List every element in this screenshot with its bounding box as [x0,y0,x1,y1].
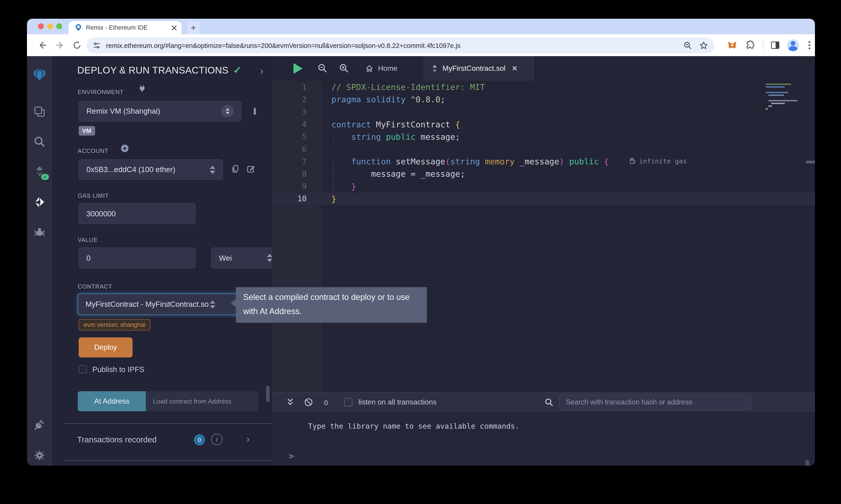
minimap[interactable] [766,83,804,113]
remix-logo-icon[interactable] [32,68,47,82]
code-line-4[interactable]: 4contract MyFirstContract { [272,118,815,130]
deploy-button[interactable]: Deploy [79,337,133,358]
at-address-input[interactable]: Load contract from Address [146,391,258,411]
side-panel-icon[interactable] [770,40,780,50]
deploy-run-icon[interactable] [33,196,46,208]
gas-limit-input[interactable]: 3000000 [79,203,195,224]
close-file-tab-icon[interactable]: ✕ [512,65,518,73]
remix-app: ✓ [27,56,815,466]
code-text: // SPDX-License-Identifier: MIT [318,82,485,92]
code-text: function setMessage(string memory _messa… [318,157,687,166]
browser-menu-icon[interactable] [809,41,810,51]
code-line-5[interactable]: 5 string public message; [272,130,815,143]
terminal-prompt[interactable]: > [289,451,294,461]
terminal-search-input[interactable]: Search with transaction hash or address [559,394,751,410]
panel-scrollbar[interactable] [266,386,270,402]
browser-tab[interactable]: Remix - Ethereum IDE [69,21,182,34]
zoom-in-icon[interactable] [339,64,349,73]
plugin-manager-icon[interactable] [33,419,46,431]
code-line-9[interactable]: 9 } [272,180,815,193]
environment-plug-icon[interactable] [138,85,146,93]
browser-window: Remix - Ethereum IDE + [27,19,815,466]
account-label: ACCOUNT [78,147,108,154]
gas-pump-icon [630,158,636,165]
value-unit-select[interactable]: Wei [211,248,280,268]
code-line-8[interactable]: 8 message = _message; [272,168,815,180]
close-tab-icon[interactable] [171,25,177,30]
publish-ipfs-checkbox[interactable] [79,365,87,374]
metamask-extension-icon[interactable] [727,40,737,50]
at-address-button[interactable]: At Address [78,391,146,411]
transactions-info-icon[interactable]: i [211,434,223,445]
code-line-3[interactable]: 3 [272,106,815,118]
url-text[interactable]: remix.ethereum.org/#lang=en&optimize=fal… [106,42,676,49]
clear-console-icon[interactable] [304,398,313,407]
settings-gear-icon[interactable] [33,449,46,462]
editor-scrollbar[interactable] [806,161,815,163]
listen-transactions-checkbox[interactable] [344,398,353,406]
line-number: 2 [272,95,318,104]
code-line-10[interactable]: 10} [272,193,815,205]
code-text: } [318,181,356,191]
vm-badge: VM [79,126,95,136]
tab-home[interactable]: Home [356,56,407,81]
reload-icon[interactable] [73,41,82,50]
section-divider-bottom [64,460,273,461]
code-line-7[interactable]: 7 function setMessage(string memory _mes… [272,155,815,167]
zoom-out-icon[interactable] [317,64,327,73]
environment-select[interactable]: Remix VM (Shanghai) [79,101,241,122]
publish-ipfs-label: Publish to IPFS [92,365,144,374]
search-icon[interactable] [33,136,46,148]
add-account-icon[interactable] [121,144,129,152]
environment-select-arrows-icon [221,105,234,117]
zoom-page-icon[interactable] [683,41,692,50]
code-editor: Home MyFirstContract.sol ✕ 1// SPDX-Lice… [272,56,815,392]
address-bar: remix.ethereum.org/#lang=en&optimize=fal… [27,34,815,56]
new-tab-button[interactable]: + [187,21,200,34]
terminal: 0 listen on all transactions Search with… [272,392,815,466]
forward-icon[interactable] [55,41,65,50]
solidity-file-icon [431,65,438,73]
url-field[interactable]: remix.ethereum.org/#lang=en&optimize=fal… [86,37,715,53]
panel-collapse-icon[interactable]: › [260,65,263,77]
fullscreen-window-button[interactable] [56,23,62,29]
deploy-run-panel: DEPLOY & RUN TRANSACTIONS✓ › ENVIRONMENT… [52,56,272,466]
terminal-scrollbar[interactable] [805,460,809,466]
bookmark-star-icon[interactable] [699,41,708,50]
file-explorer-icon[interactable] [33,106,46,118]
terminal-output[interactable]: Type the library name to see available c… [272,412,815,466]
site-settings-icon[interactable] [93,41,101,49]
back-icon[interactable] [38,41,47,50]
close-window-button[interactable] [38,23,44,29]
terminal-search-icon [544,398,553,407]
code-line-2[interactable]: 2pragma solidity ^0.8.0; [272,93,815,106]
transactions-expand-icon[interactable]: › [246,434,250,445]
code-line-6[interactable]: 6 [272,143,815,155]
copy-account-icon[interactable] [231,165,240,173]
code-lines: 1// SPDX-License-Identifier: MIT2pragma … [272,81,815,392]
collapse-terminal-icon[interactable] [286,398,295,407]
account-select[interactable]: 0x5B3...eddC4 (100 ether) [79,159,223,180]
minimize-window-button[interactable] [47,23,53,29]
edit-account-icon[interactable] [247,165,255,173]
debugger-icon[interactable] [33,226,46,238]
line-number: 1 [272,83,318,92]
run-script-icon[interactable] [293,63,303,74]
solidity-compiler-icon[interactable]: ✓ [33,165,46,178]
terminal-message: Type the library name to see available c… [308,422,519,431]
value-input[interactable]: 0 [79,248,195,268]
line-number: 8 [272,169,318,179]
gas-limit-label: GAS LIMIT [78,192,109,199]
line-number: 10 [272,194,318,203]
tab-strip: Remix - Ethereum IDE + [27,19,815,34]
tab-myfirstcontract[interactable]: MyFirstContract.sol ✕ [424,56,533,81]
value-label: VALUE [78,236,98,243]
profile-avatar[interactable] [787,39,799,51]
listen-transactions-label: listen on all transactions [359,398,437,406]
code-text: contract MyFirstContract { [318,120,460,129]
code-line-1[interactable]: 1// SPDX-License-Identifier: MIT [272,81,815,93]
environment-info-icon[interactable]: ℹ [253,106,261,114]
terminal-toolbar: 0 listen on all transactions Search with… [272,392,815,412]
gas-annotation: infinite gas [630,158,687,165]
extensions-puzzle-icon[interactable] [745,40,756,50]
